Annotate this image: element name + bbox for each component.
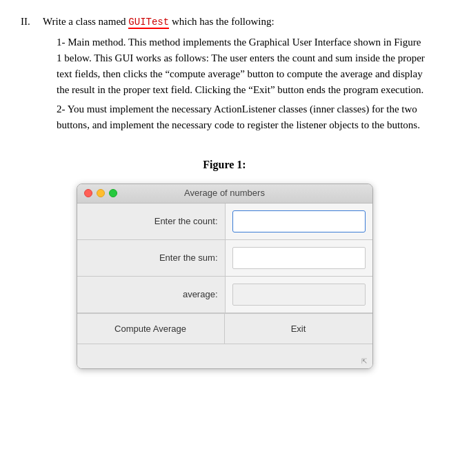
section-number: II. xyxy=(21,14,34,136)
subsection-1-number: 1- xyxy=(57,37,66,48)
mac-body: Enter the count: Enter the sum: average: xyxy=(77,204,372,368)
subsection-2-number: 2- xyxy=(57,103,66,115)
minimize-button-icon[interactable] xyxy=(97,189,105,197)
button-row: Compute Average Exit xyxy=(77,313,372,344)
subsection-2-text: You must implement the necessary ActionL… xyxy=(57,103,420,130)
bottom-bar: ⇱ xyxy=(77,344,372,368)
intro-paragraph: Write a class named GUITest which has th… xyxy=(43,14,428,30)
mac-titlebar: Average of numbers xyxy=(77,184,372,204)
section-content: Write a class named GUITest which has th… xyxy=(43,14,428,136)
figure-label: Figure 1: xyxy=(21,157,428,174)
mac-window: Average of numbers Enter the count: Ente… xyxy=(77,184,373,369)
content-area: II. Write a class named GUITest which ha… xyxy=(21,14,428,369)
intro-rest: which has the following: xyxy=(172,16,275,27)
compute-average-button[interactable]: Compute Average xyxy=(77,314,225,344)
form-grid: Enter the count: Enter the sum: average: xyxy=(77,204,372,313)
window-title: Average of numbers xyxy=(184,186,265,200)
intro-text: Write a class named xyxy=(43,16,126,27)
subsection-2: 2- You must implement the necessary Acti… xyxy=(57,101,428,134)
resize-handle-icon: ⇱ xyxy=(360,357,368,366)
sum-label: Enter the sum: xyxy=(77,240,225,277)
average-input-cell xyxy=(225,277,372,313)
count-label: Enter the count: xyxy=(77,204,225,240)
average-label: average: xyxy=(77,277,225,313)
subsection-1-text: Main method. This method implements the … xyxy=(57,37,425,96)
close-button-icon[interactable] xyxy=(84,189,92,197)
sum-input[interactable] xyxy=(232,247,366,269)
count-input-cell xyxy=(225,204,372,240)
class-name: GUITest xyxy=(128,17,169,29)
average-input[interactable] xyxy=(232,284,366,306)
section-header: II. Write a class named GUITest which ha… xyxy=(21,14,428,136)
count-input[interactable] xyxy=(232,210,366,232)
maximize-button-icon[interactable] xyxy=(109,189,117,197)
sum-input-cell xyxy=(225,240,372,277)
subsection-1: 1- Main method. This method implements t… xyxy=(57,34,428,99)
exit-button[interactable]: Exit xyxy=(225,314,372,344)
traffic-lights xyxy=(84,189,117,197)
